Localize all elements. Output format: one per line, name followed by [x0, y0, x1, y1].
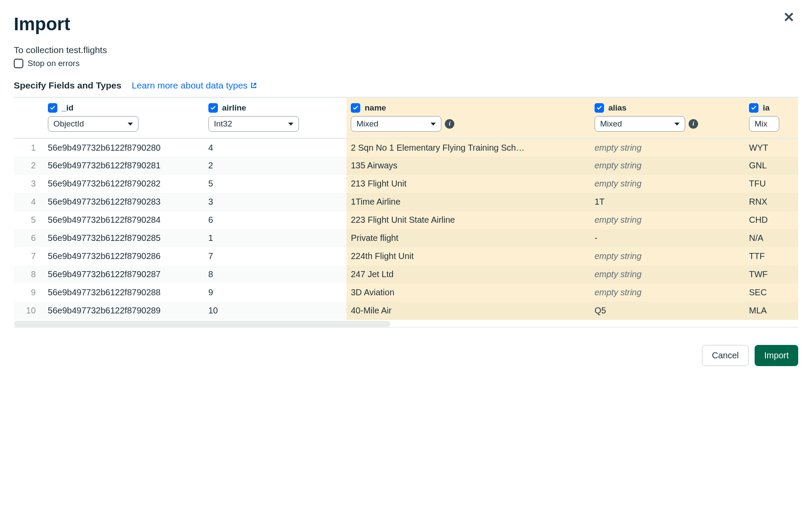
column-name: alias: [608, 103, 626, 113]
cell-alias: empty string: [590, 284, 745, 302]
cell-iata: RNX: [745, 193, 798, 211]
cell-rownum: 8: [14, 265, 44, 284]
table-header-row: _idObjectId airlineInt32 nameMixedi alia…: [14, 98, 798, 139]
header-id: _idObjectId: [44, 98, 204, 139]
table-row: 856e9b497732b6122f87902878247 Jet Ltdemp…: [14, 265, 798, 284]
stop-on-errors-row: Stop on errors: [14, 59, 798, 68]
column-checkbox[interactable]: [749, 103, 758, 113]
cell-airline: 8: [204, 265, 347, 284]
info-icon[interactable]: i: [445, 119, 454, 129]
table-row: 756e9b497732b6122f87902867224th Flight U…: [14, 247, 798, 265]
column-checkbox[interactable]: [595, 103, 604, 113]
section-header: Specify Fields and Types Learn more abou…: [14, 80, 798, 91]
cell-name: 40-Mile Air: [346, 302, 590, 320]
empty-string-label: empty string: [595, 251, 642, 261]
cancel-button[interactable]: Cancel: [702, 345, 749, 366]
cell-iata: SEC: [745, 284, 798, 302]
cell-alias: empty string: [590, 157, 745, 175]
cell-airline: 7: [204, 247, 347, 265]
type-select[interactable]: ObjectId: [48, 116, 138, 132]
cell-name: 135 Airways: [346, 157, 590, 175]
stop-on-errors-checkbox[interactable]: [14, 59, 23, 68]
table-row: 1056e9b497732b6122f87902891040-Mile AirQ…: [14, 302, 798, 320]
dialog-footer: Cancel Import: [14, 345, 798, 366]
type-value: Mixed: [356, 119, 378, 129]
header-alias: aliasMixedi: [590, 98, 745, 139]
cell-rownum: 3: [14, 175, 44, 193]
table-row: 456e9b497732b6122f879028331Time Airline1…: [14, 193, 798, 211]
table-row: 656e9b497732b6122f87902851Private flight…: [14, 229, 798, 247]
column-checkbox[interactable]: [208, 103, 218, 113]
table-row: 256e9b497732b6122f87902812135 Airwaysemp…: [14, 157, 798, 175]
section-title: Specify Fields and Types: [14, 80, 121, 91]
cell-airline: 6: [204, 211, 347, 229]
table-row: 156e9b497732b6122f879028042 Sqn No 1 Ele…: [14, 139, 798, 157]
cell-airline: 2: [204, 157, 347, 175]
cell-rownum: 9: [14, 284, 44, 302]
column-name: ia: [763, 103, 770, 113]
type-select[interactable]: Mix: [749, 116, 779, 132]
cell-name: 1Time Airline: [346, 193, 590, 211]
table-body: 156e9b497732b6122f879028042 Sqn No 1 Ele…: [14, 139, 798, 320]
cell-airline: 9: [204, 284, 347, 302]
type-value: Int32: [214, 119, 232, 129]
cell-iata: N/A: [745, 229, 798, 247]
cell-iata: MLA: [745, 302, 798, 320]
collection-subtitle: To collection test.flights: [14, 45, 798, 55]
cell-id: 56e9b497732b6122f8790284: [44, 211, 204, 229]
empty-string-label: empty string: [595, 161, 642, 170]
cell-iata: GNL: [745, 157, 798, 175]
learn-more-text: Learn more about data types: [132, 80, 248, 91]
chevron-down-icon: [128, 123, 133, 126]
header-rownum: [14, 98, 44, 139]
cell-id: 56e9b497732b6122f8790288: [44, 284, 204, 302]
cell-rownum: 5: [14, 211, 44, 229]
empty-string-label: empty string: [595, 215, 642, 224]
type-value: ObjectId: [54, 119, 84, 129]
cell-iata: TFU: [745, 175, 798, 193]
cell-id: 56e9b497732b6122f8790282: [44, 175, 204, 193]
cell-airline: 10: [204, 302, 347, 320]
cell-name: 223 Flight Unit State Airline: [346, 211, 590, 229]
cell-name: Private flight: [346, 229, 590, 247]
chevron-down-icon: [288, 123, 293, 126]
import-button[interactable]: Import: [755, 345, 798, 366]
info-icon[interactable]: i: [689, 119, 698, 129]
empty-string-label: empty string: [595, 143, 642, 152]
scrollbar-thumb[interactable]: [14, 321, 390, 327]
cell-alias: 1T: [590, 193, 745, 211]
cell-iata: CHD: [745, 211, 798, 229]
chevron-down-icon: [431, 123, 436, 126]
cell-id: 56e9b497732b6122f8790285: [44, 229, 204, 247]
type-select[interactable]: Int32: [208, 116, 299, 132]
cell-id: 56e9b497732b6122f8790281: [44, 157, 204, 175]
column-name: name: [365, 103, 386, 113]
horizontal-scrollbar[interactable]: [14, 321, 798, 327]
cell-rownum: 10: [14, 302, 44, 320]
chevron-down-icon: [674, 123, 680, 126]
cell-name: 3D Aviation: [346, 284, 590, 302]
cell-alias: empty string: [590, 139, 745, 157]
header-airline: airlineInt32: [204, 98, 347, 139]
type-select[interactable]: Mixed: [351, 116, 441, 132]
cell-name: 247 Jet Ltd: [346, 265, 590, 284]
table-row: 956e9b497732b6122f879028893D Aviationemp…: [14, 284, 798, 302]
type-select[interactable]: Mixed: [595, 116, 685, 132]
column-name: airline: [222, 103, 246, 113]
close-icon[interactable]: ✕: [783, 10, 795, 24]
preview-table: _idObjectId airlineInt32 nameMixedi alia…: [14, 98, 798, 320]
column-checkbox[interactable]: [351, 103, 360, 113]
type-value: Mixed: [600, 119, 622, 129]
stop-on-errors-label: Stop on errors: [28, 59, 79, 68]
cell-alias: -: [590, 229, 745, 247]
cell-iata: WYT: [745, 139, 798, 157]
learn-more-link[interactable]: Learn more about data types: [132, 80, 257, 91]
cell-alias: Q5: [590, 302, 745, 320]
cell-iata: TWF: [745, 265, 798, 284]
column-checkbox[interactable]: [48, 103, 57, 113]
external-link-icon: [250, 82, 257, 89]
cell-id: 56e9b497732b6122f8790289: [44, 302, 204, 320]
cell-rownum: 2: [14, 157, 44, 175]
cell-id: 56e9b497732b6122f8790286: [44, 247, 204, 265]
table-row: 556e9b497732b6122f87902846223 Flight Uni…: [14, 211, 798, 229]
